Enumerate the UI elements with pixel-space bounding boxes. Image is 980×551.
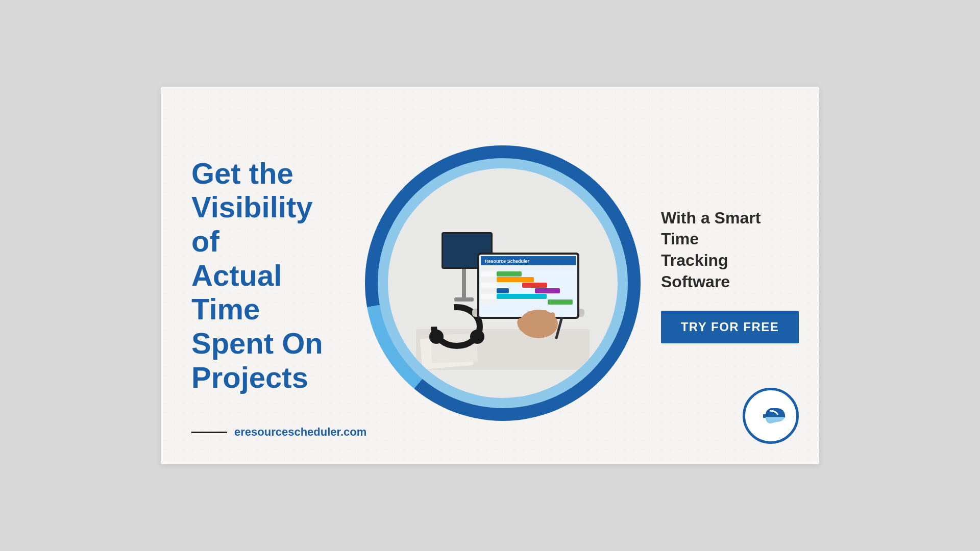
- center-section: Resource Scheduler: [360, 130, 646, 421]
- headline-line5: Projects: [191, 361, 308, 394]
- headline-line3: Actual Time: [191, 259, 282, 326]
- svg-rect-24: [522, 266, 534, 271]
- headline-line4: Spent On: [191, 327, 323, 360]
- svg-rect-30: [522, 283, 547, 288]
- headline-line2: Visibility of: [191, 190, 312, 258]
- svg-rect-29: [497, 277, 534, 282]
- right-section: With a Smart Time Tracking Software TRY …: [646, 187, 819, 364]
- svg-rect-25: [535, 266, 547, 271]
- svg-rect-32: [535, 288, 560, 293]
- svg-rect-19: [481, 288, 496, 293]
- headline: Get the Visibility of Actual Time Spent …: [191, 157, 345, 395]
- website-url: eresourcescheduler.com: [234, 425, 366, 439]
- svg-point-4: [429, 330, 444, 344]
- svg-rect-20: [481, 294, 496, 299]
- svg-rect-17: [481, 277, 496, 282]
- laptop-illustration: Resource Scheduler: [406, 186, 600, 380]
- ad-banner: Get the Visibility of Actual Time Spent …: [161, 87, 819, 464]
- svg-rect-33: [497, 294, 547, 299]
- svg-rect-34: [548, 299, 573, 305]
- logo-circle: [743, 388, 799, 444]
- tagline-line2: Tracking Software: [661, 251, 730, 291]
- circle-outer: Resource Scheduler: [365, 145, 641, 421]
- e-logo-icon: [750, 395, 791, 436]
- svg-rect-21: [481, 299, 496, 305]
- svg-point-5: [470, 330, 484, 344]
- svg-rect-31: [497, 288, 509, 293]
- svg-rect-23: [509, 266, 522, 271]
- svg-rect-37: [534, 310, 541, 330]
- website-line-decoration: [191, 432, 227, 433]
- laptop-scene: Resource Scheduler: [388, 168, 618, 398]
- svg-text:Resource Scheduler: Resource Scheduler: [485, 259, 530, 264]
- headline-line1: Get the: [191, 157, 293, 190]
- circle-mid: Resource Scheduler: [378, 158, 628, 408]
- svg-rect-22: [497, 266, 509, 271]
- svg-rect-16: [481, 271, 496, 277]
- left-section: Get the Visibility of Actual Time Spent …: [161, 126, 360, 425]
- svg-rect-7: [454, 297, 474, 302]
- svg-rect-26: [548, 266, 560, 271]
- svg-rect-27: [560, 266, 573, 271]
- svg-rect-15: [481, 266, 496, 271]
- svg-rect-28: [497, 271, 522, 277]
- svg-rect-6: [462, 268, 466, 298]
- try-for-free-button[interactable]: TRY FOR FREE: [661, 311, 799, 343]
- website-bar: eresourcescheduler.com: [191, 425, 366, 439]
- tagline: With a Smart Time Tracking Software: [661, 208, 799, 292]
- svg-rect-18: [481, 283, 496, 288]
- tagline-line1: With a Smart Time: [661, 209, 761, 248]
- circle-inner: Resource Scheduler: [388, 168, 618, 398]
